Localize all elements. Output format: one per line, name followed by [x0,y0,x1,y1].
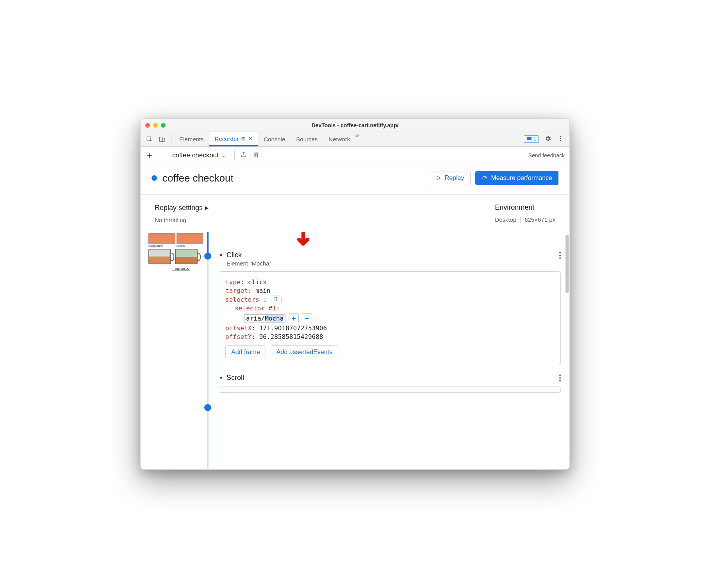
field-key: selectors [225,296,259,303]
panel-tabs: Elements Recorder ⚗︎ ✕ Console Sources N… [174,132,355,146]
step-title: Scroll [227,374,244,382]
field-value: main [255,287,271,294]
svg-marker-6 [437,176,440,180]
environment-label: Environment [495,203,555,212]
svg-point-5 [560,140,561,141]
disclosure-triangle-icon[interactable]: ▼ [219,375,223,381]
timeline-node [204,404,211,411]
send-feedback-link[interactable]: Send feedback [528,152,565,159]
timeline-rail-progress [207,232,209,256]
step-menu-icon[interactable] [559,374,561,381]
field-value: click [248,278,267,286]
selector-highlight: Mocha [265,315,284,322]
step-click: ▼ Click Element "Mocha" type: click targ… [219,232,561,365]
separator [234,151,235,160]
steps-column: ▼ Click Element "Mocha" type: click targ… [203,232,561,469]
new-recording-button[interactable]: ＋ [145,150,153,161]
selector-index-label: selector #1 [235,305,276,312]
tab-network[interactable]: Network [323,132,355,146]
add-frame-button[interactable]: Add frame [225,345,266,359]
recording-status-icon [152,175,157,181]
recorder-toolbar: ＋ coffee checkout ⌄ Send feedback [141,147,569,164]
snapshot-thumbnail: Cappuccino Mocha Total: $0.00 [148,232,203,469]
tab-console[interactable]: Console [258,132,291,146]
field-key: type [225,278,241,286]
environment-info: Desktop 625×671 px [495,216,555,223]
devtools-tabstrip: Elements Recorder ⚗︎ ✕ Console Sources N… [141,132,569,147]
more-options-icon[interactable] [557,135,564,144]
step-scroll: ▼ Scroll [219,374,561,393]
svg-rect-2 [162,138,164,141]
window-titlebar: DevTools - coffee-cart.netlify.app/ [141,119,569,132]
add-selector-button[interactable]: ＋ [289,313,299,323]
separator [161,151,161,160]
add-asserted-events-button[interactable]: Add assertedEvents [271,345,338,359]
disclosure-triangle-icon[interactable]: ▼ [219,253,223,258]
replay-settings-label: Replay settings [155,204,203,212]
chevron-right-icon: ▸ [205,203,209,212]
tab-sources[interactable]: Sources [291,132,323,146]
recording-header: coffee checkout Replay Measure performan… [141,164,569,195]
tab-label: Network [328,136,350,143]
tab-recorder[interactable]: Recorder ⚗︎ ✕ [209,132,259,146]
device-label: Desktop [495,216,516,223]
tab-label: Sources [296,136,318,143]
thumb-label: Cappuccino [148,244,175,247]
export-icon[interactable] [240,151,247,160]
field-value: 96.28585815429688 [259,333,323,340]
close-tab-icon[interactable]: ✕ [248,135,253,142]
issues-badge[interactable]: 1 [524,135,539,143]
delete-icon[interactable] [253,151,260,160]
field-key: offsetX [225,324,252,332]
settings-icon[interactable] [544,135,551,144]
thumb-label: Mocha [177,244,203,247]
timeline-rail [207,232,209,469]
devtools-window: DevTools - coffee-cart.netlify.app/ Elem… [140,118,570,470]
step-details-card [219,387,561,393]
experiment-icon: ⚗︎ [241,136,246,142]
inspect-element-icon[interactable] [146,136,153,143]
device-toolbar-icon[interactable] [159,136,166,143]
replay-settings-toggle[interactable]: Replay settings ▸ [155,203,209,212]
step-subtitle: Element "Mocha" [227,260,561,267]
timeline-node [204,253,211,260]
more-tabs-icon[interactable]: » [355,132,359,146]
step-menu-icon[interactable] [559,252,561,259]
recording-title: coffee checkout [162,172,234,184]
replay-label: Replay [445,175,464,182]
viewport-size: 625×671 px [524,216,555,223]
timeline: Cappuccino Mocha Total: $0.00 ▼ [141,232,569,469]
step-details-card: type: click target: main selectors: sele… [219,271,561,365]
issues-count: 1 [533,136,536,142]
scrollbar-thumb[interactable] [566,235,569,293]
measure-performance-button[interactable]: Measure performance [475,171,558,185]
tab-label: Recorder [215,135,239,142]
field-key: offsetY [225,333,252,340]
tab-label: Console [264,136,285,143]
step-title: Click [227,251,242,259]
pick-element-button[interactable] [271,296,282,303]
throttling-status: No throttling [155,217,209,223]
meta-row: Replay settings ▸ No throttling Environm… [141,195,569,232]
recording-name: coffee checkout [172,151,219,159]
separator [520,217,521,223]
separator [171,135,171,144]
tab-elements[interactable]: Elements [174,132,209,146]
field-value: 171.90187072753906 [259,324,327,332]
tab-label: Elements [179,136,204,143]
selector-value-input[interactable]: aria/Mocha [244,314,285,323]
measure-label: Measure performance [491,175,552,182]
remove-selector-button[interactable]: － [302,313,312,323]
recording-selector[interactable]: coffee checkout ⌄ [169,151,229,159]
field-key: target [225,287,248,294]
svg-point-4 [560,138,561,139]
replay-button[interactable]: Replay [429,171,471,185]
selector-prefix: aria/ [246,315,265,322]
window-title: DevTools - coffee-cart.netlify.app/ [141,122,569,128]
chevron-down-icon: ⌄ [222,153,226,158]
thumb-total: Total: $0.00 [172,267,190,271]
svg-point-3 [560,136,561,137]
